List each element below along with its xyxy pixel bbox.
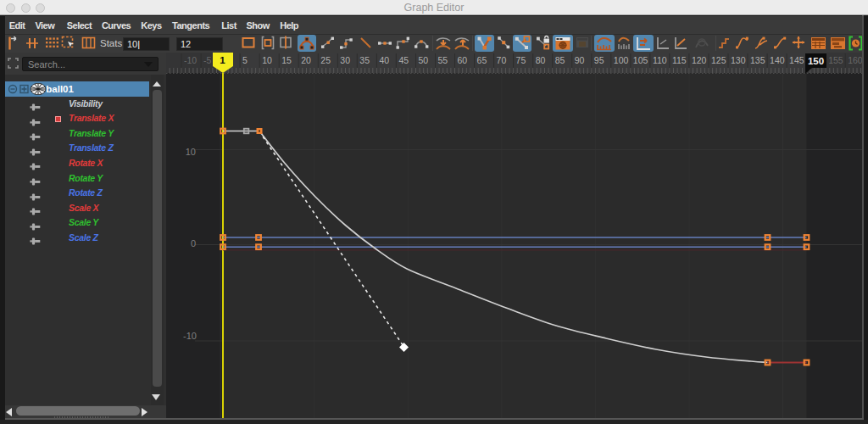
svg-text:125: 125 <box>711 55 726 65</box>
svg-text:90: 90 <box>575 55 585 65</box>
svg-text:65: 65 <box>477 55 487 65</box>
svg-text:85: 85 <box>555 55 565 65</box>
svg-text:5: 5 <box>242 55 248 65</box>
svg-text:70: 70 <box>497 55 507 65</box>
svg-text:75: 75 <box>516 55 526 65</box>
svg-text:10: 10 <box>186 147 196 157</box>
svg-text:105: 105 <box>633 55 648 65</box>
svg-text:135: 135 <box>750 55 765 65</box>
svg-text:-5: -5 <box>203 55 211 65</box>
svg-text:145: 145 <box>789 55 804 65</box>
svg-text:95: 95 <box>594 55 604 65</box>
svg-text:20: 20 <box>301 55 311 65</box>
svg-text:160: 160 <box>848 55 862 65</box>
svg-text:150: 150 <box>808 56 824 66</box>
svg-text:50: 50 <box>419 55 429 65</box>
svg-text:35: 35 <box>359 55 370 65</box>
svg-text:40: 40 <box>379 55 389 65</box>
svg-text:30: 30 <box>340 55 350 65</box>
svg-text:120: 120 <box>692 55 707 65</box>
svg-text:1: 1 <box>220 55 225 65</box>
svg-text:45: 45 <box>398 55 409 65</box>
svg-text:110: 110 <box>653 55 667 65</box>
svg-text:55: 55 <box>438 55 448 65</box>
svg-text:140: 140 <box>770 55 785 65</box>
svg-text:80: 80 <box>536 55 546 65</box>
svg-text:115: 115 <box>672 55 687 65</box>
svg-text:-10: -10 <box>183 331 197 341</box>
svg-text:-10: -10 <box>184 55 197 65</box>
svg-text:100: 100 <box>614 55 629 65</box>
svg-text:0: 0 <box>191 238 196 248</box>
svg-text:130: 130 <box>731 55 746 65</box>
svg-text:10: 10 <box>262 55 272 65</box>
svg-text:15: 15 <box>281 55 292 65</box>
svg-text:25: 25 <box>320 55 331 65</box>
svg-text:155: 155 <box>828 55 843 65</box>
svg-text:60: 60 <box>458 55 468 65</box>
